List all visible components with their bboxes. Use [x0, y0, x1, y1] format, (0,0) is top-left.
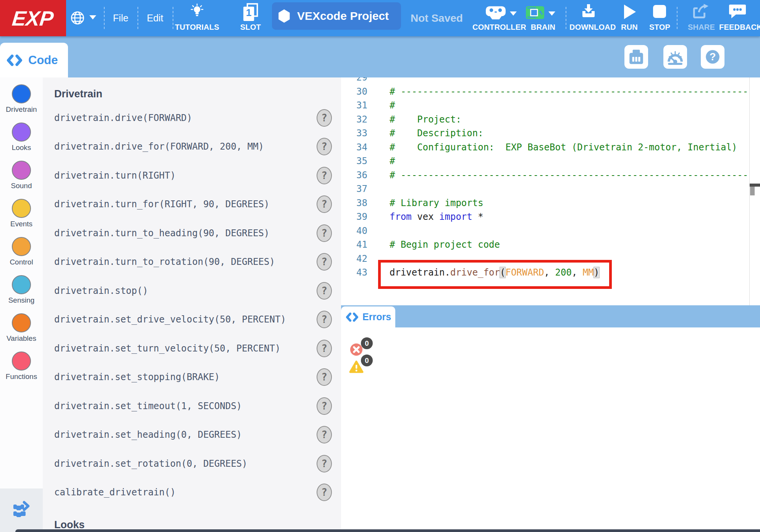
toolbar-band: Code	[0, 36, 760, 77]
brain-button[interactable]: BRAIN	[525, 0, 561, 36]
help-panel-button[interactable]: ?	[701, 45, 724, 69]
file-menu[interactable]: File	[107, 0, 134, 36]
code-token: # Project:	[390, 114, 461, 125]
line-content: # Library imports	[390, 196, 483, 210]
command-help-button[interactable]: ?	[317, 253, 332, 271]
svg-text:?: ?	[710, 51, 716, 63]
line-number: 40	[341, 224, 367, 238]
controller-button[interactable]: CONTROLLER	[472, 0, 520, 36]
line-content: #	[390, 98, 395, 113]
line-content: # Project:	[390, 113, 461, 127]
code-token: #	[390, 100, 395, 111]
errors-band: Errors	[341, 305, 760, 327]
command-list-item[interactable]: drivetrain.turn(RIGHT)?	[43, 161, 341, 190]
exp-logo-text: EXP	[11, 6, 55, 30]
command-text: drivetrain.drive(FORWARD)	[54, 113, 317, 123]
code-token: vex	[412, 211, 439, 222]
line-number: 43	[341, 266, 367, 280]
command-list-item[interactable]: drivetrain.set_timeout(1, SECONDS)?	[43, 392, 341, 421]
command-list-item[interactable]: drivetrain.set_rotation(0, DEGREES)?	[43, 449, 341, 478]
blocks-toggle-button[interactable]	[10, 501, 32, 520]
command-help-button[interactable]: ?	[317, 109, 332, 127]
project-name-button[interactable]: VEXcode Project	[272, 2, 401, 30]
code-line: 36# ------------------------------------…	[341, 168, 749, 182]
gauge-icon	[666, 48, 684, 66]
language-menu[interactable]	[70, 0, 99, 36]
line-number: 36	[341, 168, 367, 182]
devices-button[interactable]	[624, 45, 648, 69]
device-port-icon	[627, 48, 645, 66]
category-label: Events	[10, 220, 32, 228]
command-help-button[interactable]: ?	[317, 397, 332, 415]
sidebar-item-looks[interactable]: Looks	[0, 116, 43, 154]
scrollbar-thumb[interactable]	[750, 187, 755, 195]
sidebar-item-control[interactable]: Control	[0, 230, 43, 268]
command-text: drivetrain.set_turn_velocity(50, PERCENT…	[54, 343, 317, 354]
command-help-button[interactable]: ?	[317, 484, 332, 501]
command-text: drivetrain.set_heading(0, DEGREES)	[54, 429, 317, 440]
command-list-item[interactable]: drivetrain.drive_for(FORWARD, 200, MM)?	[43, 132, 341, 161]
command-list-item[interactable]: calibrate_drivetrain()?	[43, 478, 341, 507]
tutorials-button[interactable]: TUTORIALS	[174, 0, 220, 36]
download-button[interactable]: DOWNLOAD	[569, 0, 608, 36]
code-editor[interactable]: 2930# ----------------------------------…	[341, 77, 749, 305]
sidebar-footer	[0, 488, 43, 532]
code-token: # Description:	[390, 128, 483, 139]
command-help-button[interactable]: ?	[317, 138, 332, 155]
toolbar-divider	[173, 7, 173, 29]
command-help-button[interactable]: ?	[317, 368, 332, 386]
command-list-item[interactable]: drivetrain.set_stopping(BRAKE)?	[43, 363, 341, 392]
tab-errors[interactable]: Errors	[341, 306, 395, 327]
sidebar-item-functions[interactable]: Functions	[0, 345, 43, 383]
tab-code[interactable]: Code	[0, 43, 68, 77]
command-help-button[interactable]: ?	[317, 311, 332, 328]
command-text: drivetrain.set_timeout(1, SECONDS)	[54, 401, 317, 411]
sidebar-item-events[interactable]: Events	[0, 192, 43, 230]
command-help-button[interactable]: ?	[317, 455, 332, 472]
sidebar-item-drivetrain[interactable]: Drivetrain	[0, 77, 43, 116]
code-line: 33# Description:	[341, 126, 749, 140]
command-help-button[interactable]: ?	[317, 282, 332, 300]
project-name: VEXcode Project	[297, 10, 389, 23]
exp-logo: EXP	[0, 0, 66, 36]
line-number: 31	[341, 98, 367, 113]
command-help-button[interactable]: ?	[317, 426, 332, 443]
error-icon	[350, 343, 363, 358]
feedback-button[interactable]: FEEDBACK	[719, 0, 756, 36]
category-sidebar: DrivetrainLooksSoundEventsControlSensing…	[0, 77, 43, 532]
command-list-item[interactable]: drivetrain.stop()?	[43, 276, 341, 305]
stop-button[interactable]: STOP	[649, 0, 670, 36]
slot-button[interactable]: 1 SLOT	[234, 0, 267, 36]
command-help-button[interactable]: ?	[317, 167, 332, 184]
code-line: 30# ------------------------------------…	[341, 85, 749, 99]
code-line: 42	[341, 252, 749, 266]
category-circle-icon	[12, 161, 31, 180]
sidebar-item-variables[interactable]: Variables	[0, 306, 43, 345]
command-help-button[interactable]: ?	[317, 340, 332, 357]
command-help-button[interactable]: ?	[317, 195, 332, 213]
command-list-item[interactable]: drivetrain.turn_to_rotation(90, DEGREES)…	[43, 248, 341, 277]
command-list-item[interactable]: drivetrain.turn_to_heading(90, DEGREES)?	[43, 219, 341, 248]
code-token: ,	[544, 267, 555, 278]
sidebar-item-sound[interactable]: Sound	[0, 154, 43, 192]
category-label: Control	[10, 258, 33, 266]
code-token: ,	[572, 267, 583, 278]
monitor-button[interactable]	[663, 45, 687, 69]
line-number: 30	[341, 85, 367, 99]
sidebar-item-sensing[interactable]: Sensing	[0, 268, 43, 306]
command-list-item[interactable]: drivetrain.drive(FORWARD)?	[43, 103, 341, 132]
command-text: drivetrain.stop()	[54, 285, 317, 296]
category-label: Functions	[6, 372, 37, 381]
command-list-item[interactable]: drivetrain.set_heading(0, DEGREES)?	[43, 421, 341, 450]
code-token: # Library imports	[390, 198, 483, 208]
share-button[interactable]: SHARE	[688, 0, 711, 36]
edit-menu[interactable]: Edit	[141, 0, 170, 36]
command-help-button[interactable]: ?	[317, 224, 332, 242]
code-token: )	[594, 267, 599, 278]
command-text: drivetrain.set_rotation(0, DEGREES)	[54, 458, 317, 469]
command-list-item[interactable]: drivetrain.set_drive_velocity(50, PERCEN…	[43, 305, 341, 334]
command-list-item[interactable]: drivetrain.set_turn_velocity(50, PERCENT…	[43, 334, 341, 363]
run-button[interactable]: RUN	[620, 0, 639, 36]
category-label: Variables	[6, 334, 36, 343]
command-list-item[interactable]: drivetrain.turn_for(RIGHT, 90, DEGREES)?	[43, 190, 341, 219]
